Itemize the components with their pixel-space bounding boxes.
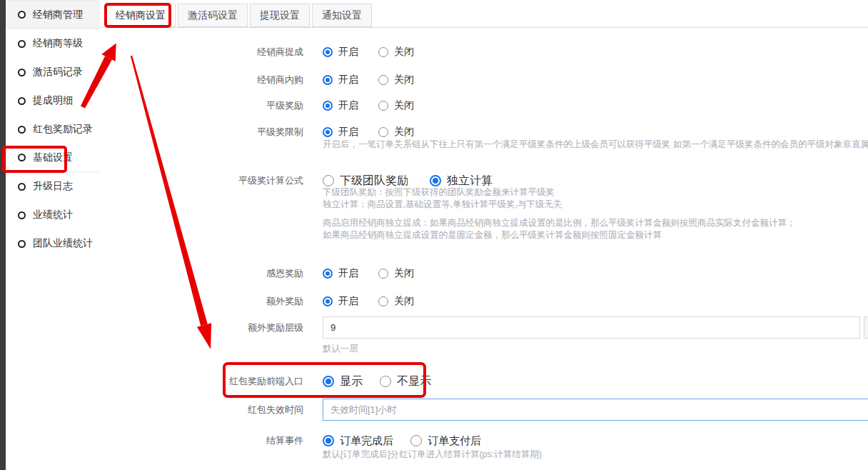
circle-icon [18,183,26,191]
radio-label: 订单完成后 [340,434,393,448]
sidebar-item-performance-stats[interactable]: 业绩统计 [6,201,100,229]
sidebar-item-upgrade-log[interactable]: 升级日志 [6,172,100,201]
form-row-peer-reward-limit: 平级奖限制 开启 关闭 [100,124,868,140]
radio-selected-icon[interactable] [323,376,334,387]
radio-option-on[interactable]: 开启 [323,46,358,59]
field-label: 额外奖励 [100,295,303,308]
field-label: 结算事件 [100,434,303,447]
radio-selected-icon[interactable] [323,296,333,306]
form-row-dealer-commission: 经销商提成 开启 关闭 [100,44,868,60]
radio-unselected-icon[interactable] [378,101,388,111]
tab-dealer-settings[interactable]: 经销商设置 [106,4,176,27]
settings-tabbar: 经销商设置 激活码设置 提现设置 通知设置 [106,4,372,27]
tab-notification-settings[interactable]: 通知设置 [312,4,372,27]
form-row-redpacket-front-entry: 红包奖励前端入口 显示 不显示 [100,374,868,389]
radio-unselected-icon[interactable] [378,47,388,57]
radio-unselected-icon[interactable] [380,376,391,387]
radio-option-on[interactable]: 开启 [323,126,358,139]
radio-label: 开启 [338,99,358,112]
radio-option-off[interactable]: 关闭 [378,74,414,86]
radio-option-on[interactable]: 开启 [323,99,358,112]
radio-label: 开启 [338,267,358,280]
form-row-dealer-internal-purchase: 经销商内购 开启 关闭 [100,72,868,88]
circle-icon [18,240,26,248]
note-independent-commission-line2: 如果商品经销商独立提成设置的是固定金额，那么平级奖计算金额则按照固定金额计算 [323,229,868,241]
field-label: 红包失效时间 [100,404,303,416]
form-row-settlement-event: 结算事件 订单完成后 订单支付后 [100,433,868,449]
sidebar-item-commission-details[interactable]: 提成明细 [6,86,100,115]
circle-icon [18,40,26,48]
radio-option-off[interactable]: 关闭 [378,126,414,139]
radio-unselected-icon[interactable] [410,435,422,446]
radio-selected-icon[interactable] [323,435,334,446]
sidebar: 经销商管理 经销商等级 激活码记录 提成明细 红包奖励记录 基础设置 升级日志 … [6,0,100,470]
radio-unselected-icon[interactable] [378,269,388,279]
radio-option-off[interactable]: 关闭 [378,99,414,112]
field-label: 额外奖励层级 [100,321,303,334]
circle-icon [18,97,26,105]
radio-option-off[interactable]: 关闭 [378,267,414,280]
radio-selected-icon[interactable] [323,47,333,57]
field-label: 经销商内购 [100,74,303,86]
circle-icon [18,154,26,161]
note-independent-commission-line1: 商品启用经销商独立提成：如果商品经销商独立提成设置的是比例，那么平级奖计算金额则… [323,217,868,229]
radio-option-off[interactable]: 关闭 [378,46,414,59]
radio-label: 开启 [338,46,358,59]
radio-selected-icon[interactable] [430,175,441,186]
radio-label: 开启 [338,295,358,308]
form-row-peer-reward: 平级奖励 开启 关闭 [100,98,868,114]
sidebar-item-activation-code-records[interactable]: 激活码记录 [6,58,100,86]
radio-option-on[interactable]: 开启 [323,295,358,308]
radio-unselected-icon[interactable] [378,296,388,306]
help-text-peer-reward-limit: 开启后，一笔订单关系链从下往上只有第一个满足平级奖条件的上级会员可以获得平级奖 … [323,139,868,151]
help-text-settlement-event: 默认[订单完成后]分红订单进入结算计算(ps:计算结算期) [323,449,868,461]
radio-label: 关闭 [394,74,414,86]
main-content: 经销商设置 激活码设置 提现设置 通知设置 经销商提成 开启 关闭 经销商内购 … [100,0,868,470]
radio-unselected-icon[interactable] [378,127,388,137]
radio-label: 显示 [340,374,363,389]
radio-selected-icon[interactable] [323,101,333,111]
circle-icon [18,11,26,19]
radio-label: 不显示 [397,374,431,389]
radio-unselected-icon[interactable] [323,175,334,186]
radio-selected-icon[interactable] [323,269,333,279]
sidebar-item-label: 激活码记录 [33,66,83,79]
sidebar-item-label: 提成明细 [33,94,73,107]
radio-label: 关闭 [394,46,414,59]
window-left-rail [0,0,6,470]
sidebar-item-label: 升级日志 [33,180,73,193]
radio-selected-icon[interactable] [323,127,333,137]
radio-label: 关闭 [394,295,414,308]
tabbar-divider [100,27,868,28]
circle-icon [18,126,26,134]
radio-option-order-paid[interactable]: 订单支付后 [410,434,481,448]
form-row-gratitude-reward: 感恩奖励 开启 关闭 [100,266,868,281]
tab-activation-code-settings[interactable]: 激活码设置 [178,4,248,27]
tab-withdrawal-settings[interactable]: 提现设置 [250,4,310,27]
radio-selected-icon[interactable] [323,75,333,85]
sidebar-item-dealer-management[interactable]: 经销商管理 [6,1,100,29]
radio-option-on[interactable]: 开启 [323,267,358,280]
radio-option-off[interactable]: 关闭 [378,295,414,308]
radio-option-show[interactable]: 显示 [323,374,363,389]
sidebar-item-team-performance-stats[interactable]: 团队业绩统计 [6,229,100,258]
field-label: 平级奖限制 [100,126,303,139]
circle-icon [18,211,26,219]
sidebar-item-redpacket-reward-records[interactable]: 红包奖励记录 [6,115,100,144]
sidebar-item-basic-settings[interactable]: 基础设置 [6,144,100,172]
sidebar-item-label: 业绩统计 [33,209,73,221]
radio-label: 开启 [338,126,358,139]
radio-option-order-completed[interactable]: 订单完成后 [323,434,393,448]
redpacket-expiry-input[interactable] [323,399,868,421]
radio-label: 开启 [338,74,358,86]
radio-label: 关闭 [394,126,414,139]
field-label: 平级奖计算公式 [100,174,303,187]
sidebar-item-label: 经销商管理 [33,9,83,21]
radio-option-hide[interactable]: 不显示 [380,374,431,389]
extra-reward-levels-input[interactable] [323,316,860,339]
sidebar-item-label: 红包奖励记录 [33,123,93,136]
radio-option-on[interactable]: 开启 [323,74,358,86]
sidebar-item-dealer-level[interactable]: 经销商等级 [6,29,100,58]
field-label: 平级奖励 [100,99,303,112]
radio-unselected-icon[interactable] [378,75,388,85]
